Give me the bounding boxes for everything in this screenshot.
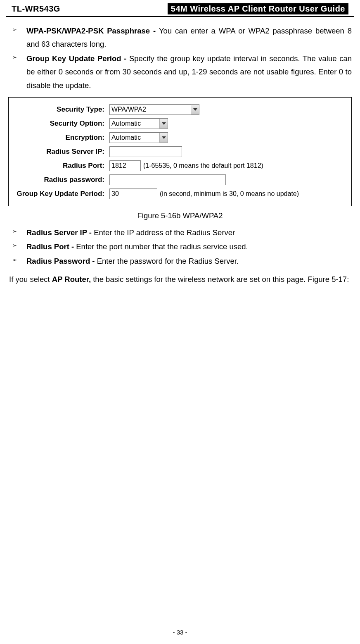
bullet-list-top: WPA-PSK/WPA2-PSK Passphrase - You can en… — [8, 24, 352, 92]
body-paragraph: If you select AP Router, the basic setti… — [9, 273, 351, 286]
chevron-down-icon — [159, 119, 168, 129]
input-radius-port[interactable] — [109, 160, 141, 171]
label-encryption: Encryption: — [14, 134, 109, 142]
row-radius-port: Radius Port: (1-65535, 0 means the defau… — [14, 160, 346, 172]
select-value: WPA/WPA2 — [111, 106, 189, 113]
list-item: Radius Port - Enter the port number that… — [8, 240, 352, 253]
svg-marker-2 — [162, 136, 166, 139]
row-radius-ip: Radius Server IP: — [14, 145, 346, 158]
list-item: Group Key Update Period - Specify the gr… — [8, 52, 352, 92]
row-security-type: Security Type: WPA/WPA2 — [14, 103, 346, 116]
input-radius-password[interactable] — [109, 174, 226, 185]
label-security-option: Security Option: — [14, 119, 109, 128]
label-radius-password: Radius password: — [14, 176, 109, 184]
svg-marker-0 — [193, 108, 197, 111]
body-pre: If you select — [9, 275, 52, 284]
body-post: the basic settings for the wireless netw… — [91, 275, 349, 284]
bullet-title: WPA-PSK/WPA2-PSK Passphrase - — [26, 26, 159, 35]
bullet-text: Enter the IP address of the Radius Serve… — [94, 228, 235, 237]
bullet-title: Radius Port - — [26, 242, 76, 251]
label-group-key: Group Key Update Period: — [14, 190, 109, 198]
svg-marker-1 — [162, 122, 166, 125]
guide-title: 54M Wireless AP Client Router User Guide — [168, 3, 348, 14]
label-security-type: Security Type: — [14, 105, 109, 114]
row-security-option: Security Option: Automatic — [14, 117, 346, 130]
input-radius-ip[interactable] — [109, 146, 182, 157]
bullet-title: Radius Password - — [26, 257, 97, 265]
bullet-list-mid: Radius Server IP - Enter the IP address … — [8, 226, 352, 268]
hint-radius-port: (1-65535, 0 means the default port 1812) — [143, 162, 263, 169]
list-item: WPA-PSK/WPA2-PSK Passphrase - You can en… — [8, 24, 352, 51]
row-encryption: Encryption: Automatic — [14, 131, 346, 144]
page-header: TL-WR543G 54M Wireless AP Client Router … — [6, 0, 354, 17]
input-group-key[interactable] — [109, 188, 157, 199]
model-name: TL-WR543G — [12, 4, 60, 14]
row-group-key: Group Key Update Period: (in second, min… — [14, 188, 346, 200]
chevron-down-icon — [159, 133, 168, 143]
label-radius-port: Radius Port: — [14, 162, 109, 170]
page-number: - 33 - — [0, 629, 360, 636]
page-content: WPA-PSK/WPA2-PSK Passphrase - You can en… — [0, 17, 360, 286]
bullet-text: Enter the password for the Radius Server… — [97, 257, 239, 265]
figure-caption: Figure 5-16b WPA/WPA2 — [8, 211, 352, 220]
select-value: Automatic — [111, 120, 158, 127]
hint-group-key: (in second, minimum is 30, 0 means no up… — [160, 190, 299, 198]
select-encryption[interactable]: Automatic — [109, 132, 168, 143]
bullet-title: Group Key Update Period - — [26, 54, 129, 63]
select-security-type[interactable]: WPA/WPA2 — [109, 104, 199, 115]
select-security-option[interactable]: Automatic — [109, 118, 168, 129]
select-value: Automatic — [111, 134, 158, 141]
figure-box: Security Type: WPA/WPA2 Security Option:… — [8, 97, 352, 206]
bullet-title: Radius Server IP - — [26, 228, 94, 237]
body-bold: AP Router, — [52, 275, 91, 284]
list-item: Radius Server IP - Enter the IP address … — [8, 226, 352, 239]
row-radius-password: Radius password: — [14, 174, 346, 186]
bullet-text: Enter the port number that the radius se… — [76, 242, 248, 251]
list-item: Radius Password - Enter the password for… — [8, 255, 352, 268]
label-radius-ip: Radius Server IP: — [14, 148, 109, 156]
chevron-down-icon — [191, 105, 199, 114]
